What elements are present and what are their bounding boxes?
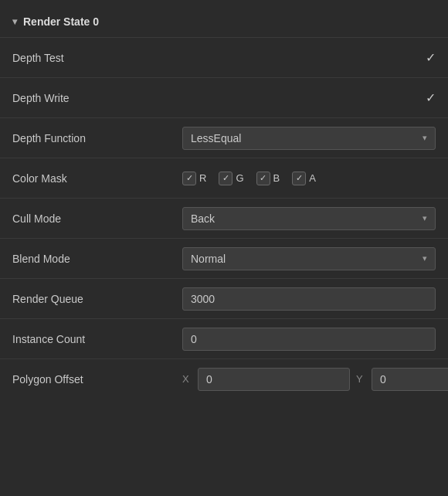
polygon-offset-x-label: X: [182, 373, 193, 385]
color-mask-channels: ✓ R ✓ G ✓ B ✓ A: [182, 172, 316, 185]
depth-test-row: Depth Test ✓: [0, 37, 448, 77]
cull-mode-selected: Back: [191, 212, 215, 225]
panel-header[interactable]: ▾ Render State 0: [0, 9, 448, 37]
render-queue-label: Render Queue: [12, 293, 182, 305]
color-mask-b[interactable]: ✓ B: [256, 172, 280, 185]
color-check-b[interactable]: ✓: [256, 172, 270, 185]
render-state-panel: ▾ Render State 0 Depth Test ✓ Depth Writ…: [0, 0, 448, 408]
polygon-offset-x-input[interactable]: [198, 368, 350, 391]
color-mask-value: ✓ R ✓ G ✓ B ✓ A: [182, 172, 436, 185]
instance-count-value: [182, 328, 436, 351]
polygon-offset-x-field: X: [182, 368, 350, 391]
polygon-offset-y-field: Y: [356, 368, 448, 391]
blend-mode-dropdown[interactable]: Normal ▾: [182, 247, 436, 270]
depth-function-selected: LessEqual: [191, 132, 241, 144]
render-queue-row: Render Queue: [0, 278, 448, 318]
cull-mode-arrow: ▾: [423, 213, 427, 223]
polygon-offset-y-label: Y: [356, 373, 367, 385]
render-queue-input[interactable]: [182, 287, 436, 311]
depth-function-dropdown[interactable]: LessEqual ▾: [182, 127, 436, 150]
depth-function-row: Depth Function LessEqual ▾: [0, 117, 448, 158]
color-mask-a[interactable]: ✓ A: [292, 172, 316, 185]
cull-mode-dropdown[interactable]: Back ▾: [182, 207, 436, 230]
blend-mode-arrow: ▾: [423, 253, 427, 263]
cull-mode-row: Cull Mode Back ▾: [0, 198, 448, 238]
depth-write-value: ✓: [182, 90, 436, 105]
color-check-g[interactable]: ✓: [219, 172, 232, 185]
blend-mode-label: Blend Mode: [12, 253, 182, 265]
color-label-r: R: [199, 172, 206, 184]
panel-title: Render State 0: [23, 15, 99, 28]
polygon-offset-label: Polygon Offset: [12, 373, 182, 386]
color-label-a: A: [309, 172, 316, 184]
depth-function-label: Depth Function: [12, 132, 182, 144]
blend-mode-selected: Normal: [191, 253, 226, 265]
depth-write-row: Depth Write ✓: [0, 77, 448, 117]
depth-test-label: Depth Test: [12, 52, 182, 64]
color-check-a[interactable]: ✓: [292, 172, 306, 185]
polygon-offset-row: Polygon Offset X Y: [0, 358, 448, 399]
color-mask-g[interactable]: ✓ G: [219, 172, 243, 185]
cull-mode-value: Back ▾: [182, 207, 436, 230]
cull-mode-label: Cull Mode: [12, 212, 182, 225]
depth-write-label: Depth Write: [12, 92, 182, 104]
color-mask-label: Color Mask: [12, 172, 182, 185]
depth-test-value: ✓: [182, 50, 436, 65]
polygon-offset-fields: X Y: [182, 368, 448, 391]
render-queue-value: [182, 287, 436, 311]
depth-function-value: LessEqual ▾: [182, 127, 436, 150]
color-check-r[interactable]: ✓: [182, 172, 196, 185]
color-label-b: B: [273, 172, 280, 184]
depth-test-check[interactable]: ✓: [426, 50, 436, 65]
depth-write-check[interactable]: ✓: [426, 90, 436, 105]
polygon-offset-y-input[interactable]: [372, 368, 448, 391]
depth-function-arrow: ▾: [423, 133, 427, 143]
blend-mode-row: Blend Mode Normal ▾: [0, 238, 448, 278]
color-label-g: G: [236, 172, 243, 184]
instance-count-label: Instance Count: [12, 333, 182, 345]
blend-mode-value: Normal ▾: [182, 247, 436, 270]
instance-count-input[interactable]: [182, 328, 436, 351]
color-mask-r[interactable]: ✓ R: [182, 172, 206, 185]
polygon-offset-value: X Y: [182, 368, 448, 391]
color-mask-row: Color Mask ✓ R ✓ G ✓ B ✓ A: [0, 158, 448, 198]
collapse-icon[interactable]: ▾: [12, 16, 17, 27]
instance-count-row: Instance Count: [0, 318, 448, 358]
